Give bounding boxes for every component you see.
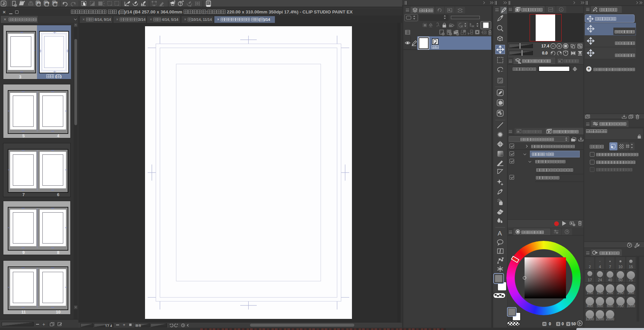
svg-text:png: png — [45, 1, 49, 4]
svg-text:psd: psd — [53, 1, 58, 4]
svg-text:jpg: jpg — [36, 1, 41, 4]
svg-text:A: A — [498, 230, 502, 237]
